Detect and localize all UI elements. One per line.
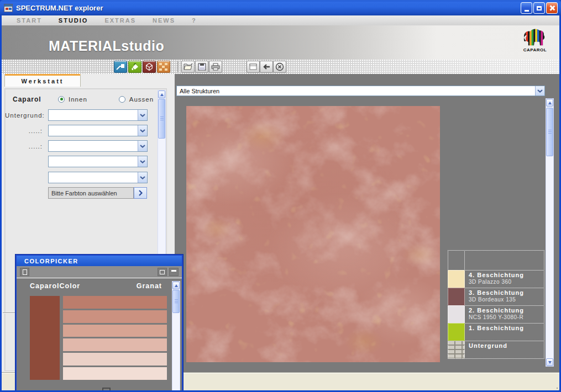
print-icon [211,63,220,71]
legend-label-0 [464,250,544,271]
paint-tool-button[interactable] [128,61,141,73]
color-select-open-button[interactable] [134,187,147,199]
legend-swatch-5 [448,341,465,359]
save-button[interactable] [195,61,208,73]
scrollbar-thumb[interactable] [158,99,165,139]
base-color-swatch[interactable] [30,296,60,380]
structure-filter-value: Alle Strukturen [180,88,219,94]
maximize-icon [160,270,165,274]
dropdown-button[interactable] [535,86,544,96]
color-select-field[interactable]: Bitte Farbton auswählen [48,187,134,199]
window-mode-button[interactable] [247,61,260,73]
layer-select-3[interactable] [48,140,148,152]
scrollbar-thumb[interactable] [546,108,553,156]
legend-label-2: 3. Beschichtung3D Bordeaux 135 [464,288,544,306]
radio-innen-circle[interactable] [58,96,65,103]
legend-swatch-0 [448,250,465,271]
app-icon [4,4,13,12]
field-row-4 [5,156,166,167]
save-icon [198,63,206,71]
viewer-scrollbar[interactable] [546,98,554,367]
layer-select-4[interactable] [48,156,148,167]
scroll-up-button[interactable] [158,91,165,98]
dropdown-button[interactable] [138,125,147,136]
menu-help[interactable]: ? [192,17,197,24]
structure-pattern-icon [159,63,168,71]
dropdown-button[interactable] [138,110,147,120]
back-button[interactable] [260,61,273,73]
colorpicker-new-button[interactable] [20,268,29,276]
connector-tool-button[interactable] [114,61,127,73]
legend-product-name-2: 3D Bordeaux 135 [469,296,544,303]
shade-swatch-1[interactable] [63,296,167,309]
arrow-down-icon [548,361,552,364]
minimize-icon [171,270,176,272]
menu-extras[interactable]: EXTRAS [104,17,136,24]
structure-3d-button[interactable] [143,61,156,73]
app-body: START STUDIO EXTRAS NEWS ? MATERIALstudi… [2,15,559,390]
close-button[interactable] [546,2,558,14]
color-select-row: Bitte Farbton auswählen [5,187,166,199]
dropdown-button[interactable] [138,172,147,183]
menu-news[interactable]: NEWS [153,17,175,24]
pattern-button[interactable] [157,61,170,73]
dropdown-button[interactable] [138,141,147,151]
legend-row-2: 3. Beschichtung3D Bordeaux 135 [448,288,544,306]
chevron-down-icon [140,160,145,163]
scroll-up-button[interactable] [172,282,180,289]
legend-row-4: 1. Beschichtung [448,323,544,341]
title-bar[interactable]: SPECTRUM.NET explorer [0,0,561,15]
radio-aussen-circle[interactable] [119,96,125,103]
legend-layer-name-3: 2. Beschichtung [469,307,544,314]
shade-bars [63,296,167,380]
radio-aussen[interactable]: Aussen [119,96,154,103]
radio-innen-label: Innen [69,96,87,103]
arrow-up-icon [548,102,552,104]
colorpicker-scrollbar[interactable] [172,281,180,390]
legend-swatch-3 [448,305,465,324]
colorpicker-maximize-button[interactable] [158,268,167,276]
menu-bar: START STUDIO EXTRAS NEWS ? [2,15,559,25]
shade-swatch-4[interactable] [63,338,167,351]
shade-swatch-5[interactable] [63,353,167,365]
page-title: MATERIALstudio [49,38,164,54]
open-folder-icon [183,63,193,71]
arrow-up-icon [160,93,164,96]
shade-swatch-2[interactable] [63,310,167,323]
scroll-down-button[interactable] [546,358,553,366]
print-button[interactable] [209,61,222,73]
radio-innen[interactable]: Innen [58,96,87,103]
brand-name: CAPAROL [521,47,549,52]
close-view-button[interactable] [273,61,286,73]
dropdown-button[interactable] [138,156,147,167]
legend-row-3: 2. BeschichtungNCS 1950 Y-3080-R [448,305,544,324]
scroll-up-button[interactable] [546,99,553,107]
menu-studio[interactable]: STUDIO [59,17,88,24]
colorpicker-minimize-button[interactable] [169,268,179,276]
menu-start[interactable]: START [17,17,42,24]
legend-label-3: 2. BeschichtungNCS 1950 Y-3080-R [464,305,544,324]
minimize-icon [525,10,529,12]
legend-layer-name-5: Untergrund [469,342,544,349]
layer-select-5[interactable] [48,172,148,183]
cube-icon [144,62,154,71]
untergrund-select[interactable] [48,109,148,121]
window-title: SPECTRUM.NET explorer [16,4,103,12]
structure-filter-select[interactable]: Alle Strukturen [176,86,545,96]
legend-layer-name-1: 4. Beschichtung [469,272,544,278]
maximize-button[interactable] [533,2,545,14]
shade-swatch-6[interactable] [63,367,167,380]
scrollbar-thumb[interactable] [172,290,180,313]
shade-swatch-3[interactable] [63,325,167,337]
colorpicker-title-bar[interactable]: COLORPICKER [17,256,182,266]
layer-select-2[interactable] [48,125,148,136]
legend-swatch-2 [448,288,465,306]
open-button[interactable] [181,61,195,73]
connector-icon [116,62,125,71]
legend-layer-name-4: 1. Beschichtung [469,325,544,331]
hue-cursor[interactable] [102,388,111,390]
tab-werkstatt[interactable]: Werkstatt [4,74,81,87]
minimize-button[interactable] [521,2,532,14]
selected-color-name: Granat [137,282,162,290]
resize-grip[interactable] [557,388,558,389]
